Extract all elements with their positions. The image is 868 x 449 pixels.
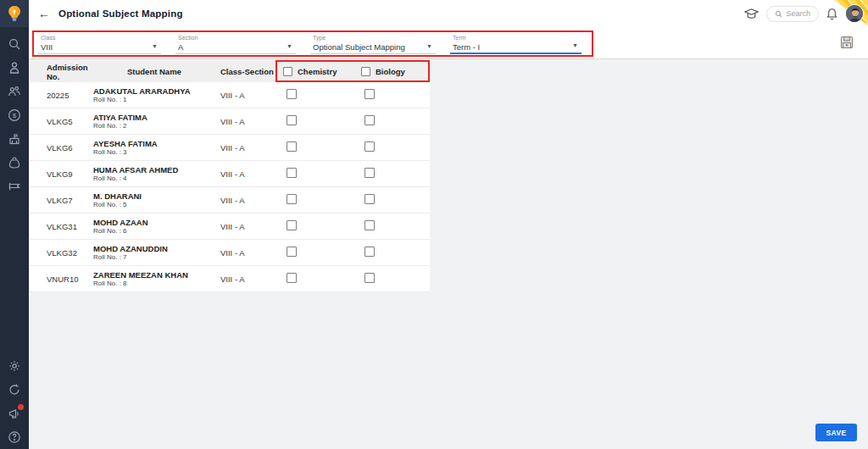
section-label: Section [178, 34, 296, 42]
roll-no: Roll No. : 6 [93, 227, 203, 236]
section-dropdown[interactable]: Section A ▼ [175, 34, 296, 54]
class-section-cell: VIII - A [203, 117, 280, 126]
global-search-input[interactable]: Search [766, 6, 819, 22]
graduation-cap-icon[interactable] [744, 8, 759, 19]
biology-cell [358, 220, 430, 232]
student-name: MOHD AZAAN [93, 218, 203, 227]
student-name-cell: MOHD AZAANRoll No. : 6 [93, 218, 203, 236]
type-dropdown[interactable]: Type Optional Subject Mapping ▼ [310, 34, 436, 54]
filter-annotation-box: Class VIII ▼ Section A ▼ Type Optional S… [32, 30, 593, 57]
admission-no-cell: VLKG31 [30, 222, 93, 231]
chemistry-checkbox[interactable] [287, 273, 297, 283]
table-row: VNUR10ZAREEN MEEZAN KHANRoll No. : 8VIII… [30, 266, 430, 292]
biology-cell [358, 273, 430, 285]
type-label: Type [313, 34, 436, 42]
student-name: ATIYA FATIMA [93, 113, 203, 122]
class-section-cell: VIII - A [203, 222, 280, 231]
student-name-cell: ADAKUTAL ARARADHYARoll No. : 1 [93, 86, 203, 104]
table-row: VLKG9HUMA AFSAR AHMEDRoll No. : 4VIII - … [30, 161, 430, 187]
sidebar-fees-icon[interactable]: $ [8, 108, 21, 122]
sidebar-bag-icon[interactable] [8, 156, 21, 169]
roll-no: Roll No. : 5 [93, 201, 203, 209]
chemistry-header: Chemistry [280, 67, 358, 76]
student-name-cell: MOHD AZANUDDINRoll No. : 7 [93, 244, 203, 262]
biology-checkbox[interactable] [364, 194, 375, 204]
help-icon[interactable] [8, 430, 21, 444]
class-section-cell: VIII - A [203, 248, 280, 258]
main-area: ← Optional Subject Mapping Search Class … [29, 0, 868, 449]
admission-no-cell: VNUR10 [30, 274, 93, 284]
roll-no: Roll No. : 1 [93, 96, 203, 104]
biology-checkbox[interactable] [364, 220, 375, 230]
top-bar: ← Optional Subject Mapping Search [29, 0, 868, 27]
user-avatar[interactable] [845, 4, 864, 23]
content-area: Admission No. Student Name Class-Section… [29, 59, 868, 449]
class-dropdown[interactable]: Class VIII ▼ [38, 34, 161, 54]
student-name: ZAREEN MEEZAN KHAN [93, 270, 203, 280]
chemistry-cell [280, 273, 358, 285]
chemistry-cell [280, 141, 358, 153]
chemistry-checkbox[interactable] [287, 220, 297, 230]
biology-checkbox[interactable] [364, 273, 375, 283]
class-section-cell: VIII - A [203, 274, 280, 284]
roll-no: Roll No. : 3 [93, 148, 203, 157]
chemistry-checkbox[interactable] [287, 115, 297, 125]
app-logo[interactable] [0, 0, 29, 27]
save-report-icon[interactable] [839, 35, 854, 50]
filter-bar: Class VIII ▼ Section A ▼ Type Optional S… [29, 27, 868, 59]
announcement-icon[interactable] [8, 407, 21, 420]
table-row: VLKG32MOHD AZANUDDINRoll No. : 7VIII - A [30, 240, 430, 266]
admission-no-cell: VLKG5 [30, 117, 93, 126]
chemistry-checkbox[interactable] [287, 89, 297, 99]
sidebar-banner-icon[interactable] [8, 180, 21, 193]
sync-icon[interactable] [8, 383, 21, 396]
announcement-badge [18, 404, 24, 410]
class-section-cell: VIII - A [203, 196, 280, 205]
sidebar-search-icon[interactable] [8, 37, 21, 51]
settings-icon[interactable] [8, 359, 21, 373]
term-dropdown[interactable]: Term Term - I ▼ [450, 34, 581, 54]
chemistry-checkbox[interactable] [287, 141, 297, 152]
roll-no: Roll No. : 7 [93, 253, 203, 262]
section-value: A [178, 42, 296, 53]
chemistry-select-all-checkbox[interactable] [283, 67, 292, 76]
biology-cell [358, 168, 430, 180]
chemistry-checkbox[interactable] [287, 247, 297, 257]
admission-no-cell: VLKG6 [30, 143, 93, 152]
chevron-down-icon: ▼ [287, 43, 292, 49]
class-section-cell: VIII - A [203, 143, 280, 152]
search-icon [775, 10, 782, 18]
biology-checkbox[interactable] [364, 247, 375, 257]
sidebar-people-group-icon[interactable] [8, 85, 21, 98]
admission-no-cell: VLKG9 [30, 169, 93, 179]
biology-cell [358, 194, 430, 206]
biology-checkbox[interactable] [364, 168, 375, 178]
chemistry-header-label: Chemistry [298, 67, 337, 76]
student-name: HUMA AFSAR AHMED [93, 165, 203, 175]
biology-checkbox[interactable] [364, 115, 375, 125]
students-table: Admission No. Student Name Class-Section… [30, 61, 430, 292]
save-button[interactable]: SAVE [815, 424, 857, 441]
notifications-bell-icon[interactable] [826, 8, 837, 20]
term-value: Term - I [453, 42, 581, 53]
sidebar-student-icon[interactable] [8, 61, 21, 75]
sidebar-institute-icon[interactable] [8, 132, 21, 146]
class-section-cell: VIII - A [203, 169, 280, 179]
biology-checkbox[interactable] [364, 89, 375, 99]
class-value: VIII [41, 42, 161, 53]
class-label: Class [41, 34, 161, 42]
admission-no-cell: VLKG7 [30, 196, 93, 205]
biology-select-all-checkbox[interactable] [361, 67, 370, 76]
table-row: VLKG6AYESHA FATIMARoll No. : 3VIII - A [30, 135, 430, 161]
chemistry-checkbox[interactable] [287, 168, 297, 178]
chemistry-cell [280, 89, 358, 101]
student-name-cell: ATIYA FATIMARoll No. : 2 [93, 113, 203, 130]
biology-header: Biology [358, 67, 430, 76]
biology-checkbox[interactable] [364, 141, 375, 152]
chemistry-checkbox[interactable] [287, 194, 297, 204]
biology-cell [358, 247, 430, 258]
admission-no-cell: VLKG32 [30, 248, 93, 258]
roll-no: Roll No. : 4 [93, 175, 203, 183]
back-button[interactable]: ← [38, 8, 50, 19]
biology-cell [358, 115, 430, 127]
